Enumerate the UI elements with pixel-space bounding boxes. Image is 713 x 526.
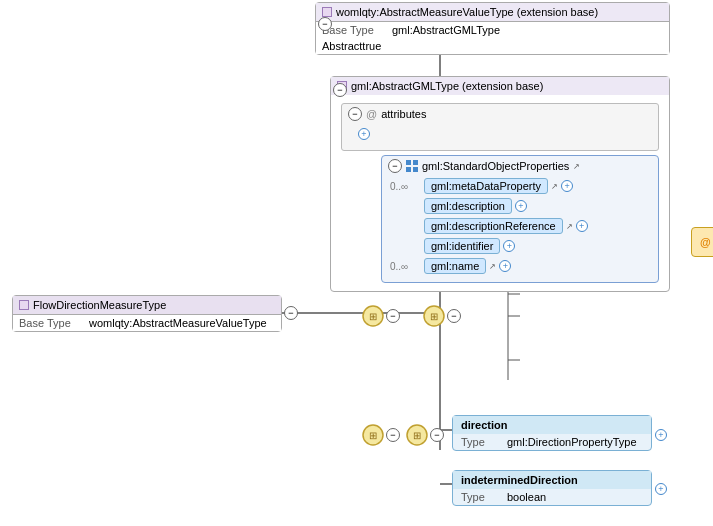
- flow-collapse-btn[interactable]: −: [284, 306, 298, 320]
- abstract-basetype-label: Base Type: [322, 24, 392, 36]
- seq-icon-left: ⊞: [362, 305, 384, 327]
- flow-direction-icon: [19, 300, 29, 310]
- attributes-title-row: − @ attributes: [342, 104, 658, 124]
- flow-basetype-label: Base Type: [19, 317, 89, 329]
- gml-abstract-collapse-icon[interactable]: −: [333, 83, 347, 97]
- direction-box: direction Type gml:DirectionPropertyType: [452, 415, 652, 451]
- svg-text:⊞: ⊞: [430, 311, 438, 322]
- prop-meta-name: gml:metaDataProperty: [424, 178, 548, 194]
- left-collapse[interactable]: −: [386, 309, 400, 323]
- abstract-measure-collapse-btn[interactable]: −: [318, 17, 332, 31]
- flow-direction-title: FlowDirectionMeasureType: [13, 296, 281, 315]
- right-collapse[interactable]: −: [447, 309, 461, 323]
- attributes-collapse-btn[interactable]: −: [348, 107, 362, 121]
- diagram-container: FlowDirectionMeasureType Base Type womlq…: [0, 0, 713, 526]
- svg-rect-19: [406, 167, 411, 172]
- prop-descref-plus[interactable]: +: [576, 220, 588, 232]
- abstract-abstract-label: Abstract: [322, 40, 362, 52]
- bottom-seq-right: ⊞: [406, 424, 428, 446]
- standard-obj-title-row: − gml:StandardObjectProperties ↗: [382, 156, 658, 176]
- prop-desc-name: gml:description: [424, 198, 512, 214]
- prop-id-name: gml:identifier: [424, 238, 500, 254]
- indet-box: indeterminedDirection Type boolean: [452, 470, 652, 506]
- prop-name-nav: ↗: [489, 262, 496, 271]
- bottom-left-collapse[interactable]: −: [386, 428, 400, 442]
- indet-type-label: Type: [461, 491, 501, 503]
- prop-descref-name: gml:descriptionReference: [424, 218, 563, 234]
- prop-meta-nav: ↗: [551, 182, 558, 191]
- gml-id-box: @ @ gml:id ↗: [691, 227, 713, 257]
- abstract-measure-basetype-row: Base Type gml:AbstractGMLType: [316, 22, 669, 38]
- indet-plus[interactable]: +: [655, 482, 667, 495]
- gml-abstract-title: gml:AbstractGMLType (extension base): [331, 77, 669, 95]
- flow-direction-label: FlowDirectionMeasureType: [33, 299, 166, 311]
- svg-text:⊞: ⊞: [369, 430, 377, 441]
- direction-type-row: Type gml:DirectionPropertyType: [453, 434, 651, 450]
- gml-id-container: @ @ gml:id ↗ +: [358, 128, 642, 140]
- attributes-label: attributes: [381, 108, 426, 120]
- bottom-seq-svg-left: ⊞: [362, 424, 384, 446]
- flow-direction-box: FlowDirectionMeasureType Base Type womlq…: [12, 295, 282, 332]
- prop-desc-plus[interactable]: +: [515, 200, 527, 212]
- prop-identifier: gml:identifier +: [382, 236, 658, 256]
- seq-svg-left: ⊞: [362, 305, 384, 327]
- bottom-seq-svg-right: ⊞: [406, 424, 428, 446]
- svg-text:⊞: ⊞: [369, 311, 377, 322]
- standard-obj-collapse-btn[interactable]: −: [388, 159, 402, 173]
- abstract-measure-box: womlqty:AbstractMeasureValueType (extens…: [315, 2, 670, 55]
- gml-id-plus[interactable]: +: [358, 128, 370, 140]
- connector-group-right: ⊞ −: [423, 305, 461, 327]
- prop-id-plus[interactable]: +: [503, 240, 515, 252]
- gml-abstract-collapse-btn[interactable]: −: [333, 83, 347, 97]
- abstract-basetype-value: gml:AbstractGMLType: [392, 24, 500, 36]
- prop-description: gml:description +: [382, 196, 658, 216]
- bottom-seq-left: ⊞: [362, 424, 384, 446]
- gml-abstract-box: gml:AbstractGMLType (extension base) − @…: [330, 76, 670, 292]
- abstract-measure-label: womlqty:AbstractMeasureValueType (extens…: [336, 6, 598, 18]
- prop-name-range: 0..∞: [390, 261, 420, 272]
- direction-type-label: Type: [461, 436, 501, 448]
- gml-id-at: @: [700, 236, 711, 248]
- direction-plus[interactable]: +: [655, 428, 667, 441]
- direction-title: direction: [453, 416, 651, 434]
- prop-meta-data: 0..∞ gml:metaDataProperty ↗ +: [382, 176, 658, 196]
- abstract-measure-abstract-row: Abstract true: [316, 38, 669, 54]
- flow-collapse-icon[interactable]: −: [284, 306, 298, 320]
- prop-name-name: gml:name: [424, 258, 486, 274]
- standard-obj-nav-icon: ↗: [573, 162, 580, 171]
- prop-name: 0..∞ gml:name ↗ +: [382, 256, 658, 276]
- bottom-connector-left: ⊞ − ⊞ −: [362, 424, 444, 446]
- flow-direction-basetype-row: Base Type womlqty:AbstractMeasureValueTy…: [13, 315, 281, 331]
- abstract-measure-collapse-icon[interactable]: −: [318, 17, 332, 31]
- standard-obj-label: gml:StandardObjectProperties: [422, 160, 569, 172]
- prop-meta-plus[interactable]: +: [561, 180, 573, 192]
- indet-title: indeterminedDirection: [453, 471, 651, 489]
- direction-plus-icon[interactable]: +: [655, 429, 667, 441]
- prop-name-plus[interactable]: +: [499, 260, 511, 272]
- prop-desc-ref: gml:descriptionReference ↗ +: [382, 216, 658, 236]
- prop-descref-nav: ↗: [566, 222, 573, 231]
- indet-type-value: boolean: [507, 491, 546, 503]
- seq-icon-right: ⊞: [423, 305, 445, 327]
- abstract-measure-icon: [322, 7, 332, 17]
- flow-basetype-value: womlqty:AbstractMeasureValueType: [89, 317, 267, 329]
- svg-text:⊞: ⊞: [413, 430, 421, 441]
- prop-meta-range: 0..∞: [390, 181, 420, 192]
- svg-rect-20: [413, 167, 418, 172]
- svg-rect-18: [413, 160, 418, 165]
- gml-abstract-label: gml:AbstractGMLType (extension base): [351, 80, 543, 92]
- svg-rect-17: [406, 160, 411, 165]
- direction-type-value: gml:DirectionPropertyType: [507, 436, 637, 448]
- bottom-right-collapse[interactable]: −: [430, 428, 444, 442]
- indet-plus-icon[interactable]: +: [655, 483, 667, 495]
- seq-svg-right: ⊞: [423, 305, 445, 327]
- connector-group-left: ⊞ −: [362, 305, 400, 327]
- abstract-abstract-value: true: [362, 40, 381, 52]
- at-symbol: @: [366, 108, 377, 120]
- abstract-measure-title: womlqty:AbstractMeasureValueType (extens…: [316, 3, 669, 22]
- grid-icon: [406, 160, 418, 172]
- indet-type-row: Type boolean: [453, 489, 651, 505]
